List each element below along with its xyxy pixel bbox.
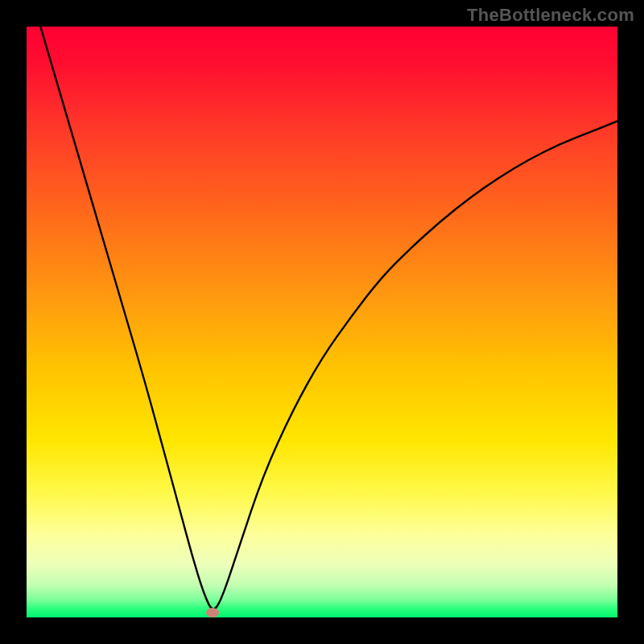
bottleneck-curve (27, 27, 617, 609)
minimum-marker (206, 608, 219, 617)
watermark-text: TheBottleneck.com (467, 5, 634, 26)
curve-layer (27, 27, 617, 617)
chart-frame: TheBottleneck.com (0, 0, 644, 644)
plot-area (27, 27, 617, 617)
